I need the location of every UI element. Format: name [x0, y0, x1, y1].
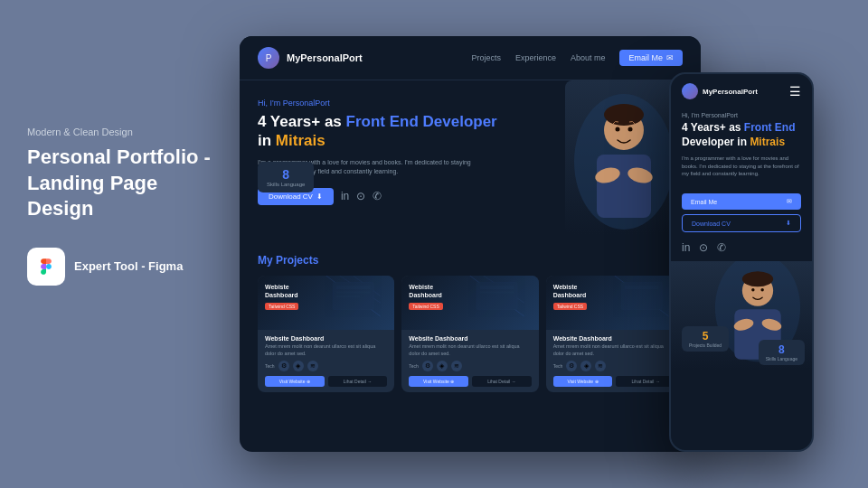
download-icon: ⬇ — [316, 192, 323, 201]
nav-logo: P MyPersonalPort — [258, 47, 363, 69]
nav-logo-text: MyPersonalPort — [287, 52, 363, 63]
svg-point-25 — [742, 272, 773, 287]
visit-website-button[interactable]: Visit Website ⊕ — [553, 376, 613, 387]
svg-rect-12 — [336, 286, 371, 289]
hamburger-icon[interactable]: ☰ — [789, 84, 801, 99]
github-icon[interactable]: ⊙ — [699, 241, 708, 254]
mobile-mockup: MyPersonalPort ☰ Hi, I'm PersonalPort 4 … — [669, 72, 814, 452]
tech-icon-1: ⚙ — [422, 361, 433, 371]
mobile-nav-logo: MyPersonalPort — [682, 83, 758, 99]
project-title: Website Dashboard — [265, 335, 387, 342]
projects-section: My Projects WebisteDashboard — [240, 243, 701, 403]
mobile-greeting: Hi, I'm PersonalPort — [682, 112, 801, 118]
github-icon[interactable]: ⊙ — [356, 190, 365, 202]
whatsapp-icon[interactable]: ✆ — [717, 241, 726, 254]
project-desc: Amet mrem molit non dearunt ullarco est … — [553, 343, 675, 357]
tech-icon-1: ⚙ — [278, 361, 289, 371]
hero-content: Hi, I'm PersonalPort 4 Years+ as Front E… — [258, 99, 683, 234]
project-thumb: WebisteDashboard Tailwind CSS — [546, 276, 683, 330]
svg-point-29 — [751, 288, 754, 291]
tech-icon-3: ≋ — [307, 361, 318, 371]
desktop-nav: P MyPersonalPort Projects Experience Abo… — [240, 36, 701, 80]
envelope-icon: ✉ — [666, 53, 674, 62]
project-thumb-title: WebisteDashboard — [265, 283, 298, 299]
project-desc: Amet mrem molit non dearunt ullarco est … — [265, 343, 387, 357]
mobile-logo-icon — [682, 83, 698, 99]
project-thumb-badge: Tailwind CSS — [265, 303, 298, 310]
project-title: Website Dashboard — [409, 335, 531, 342]
project-info: Website Dashboard Amet mrem molit non de… — [546, 330, 683, 392]
nav-link-experience[interactable]: Experience — [515, 53, 556, 62]
mobile-cv-button[interactable]: Download CV ⬇ — [682, 214, 801, 232]
mobile-buttons: Email Me ✉ Download CV ⬇ — [671, 193, 812, 232]
project-tech: Tech ⚙ ◈ ≋ — [265, 361, 387, 371]
hero-title: 4 Years+ as Front End Developer in Mitra… — [258, 112, 674, 151]
figma-icon — [27, 248, 65, 286]
mobile-social: in ⊙ ✆ — [671, 241, 812, 254]
tech-icon-2: ◈ — [293, 361, 304, 371]
project-card: WebisteDashboard Tailwind CSS Website Da… — [258, 276, 394, 392]
title-line2: Landing Page Design — [27, 172, 157, 221]
project-info: Website Dashboard Amet mrem molit non de… — [401, 330, 538, 392]
lihat-detail-button[interactable]: Lihat Detail → — [472, 376, 532, 387]
svg-rect-21 — [621, 283, 662, 310]
figma-label: Expert Tool - Figma — [74, 259, 183, 273]
lihat-detail-button[interactable]: Lihat Detail → — [616, 376, 675, 387]
svg-rect-11 — [333, 283, 373, 310]
mobile-person-area: 5 Projects Builded 8 Skills Language — [671, 261, 812, 370]
mobile-skills-label: Skills Language — [766, 356, 797, 361]
svg-line-15 — [470, 276, 524, 316]
project-btns: Visit Website ⊕ Lihat Detail → — [265, 376, 387, 387]
nav-link-about[interactable]: About me — [571, 53, 606, 62]
social-icons: in ⊙ ✆ — [341, 190, 382, 202]
svg-line-8 — [326, 276, 381, 316]
hero-actions: Download CV ⬇ in ⊙ ✆ — [258, 188, 674, 205]
project-thumb: WebisteDashboard Tailwind CSS — [401, 276, 538, 330]
mobile-skills-badge: 8 Skills Language — [759, 340, 805, 365]
desktop-hero: 8 Skills Language Hi, I'm PersonalPort 4… — [240, 80, 701, 243]
visit-website-button[interactable]: Visit Website ⊕ — [409, 376, 468, 387]
projects-header-text: Projects — [276, 254, 318, 267]
mobile-projects-label: Projects Builded — [689, 343, 722, 348]
svg-rect-14 — [336, 296, 360, 297]
svg-rect-13 — [336, 291, 371, 293]
lihat-detail-button[interactable]: Lihat Detail → — [328, 376, 388, 387]
svg-line-20 — [614, 276, 668, 316]
tech-icon-2: ◈ — [437, 361, 448, 371]
envelope-icon: ✉ — [787, 198, 792, 205]
project-tech: Tech ⚙ ◈ ≋ — [409, 361, 531, 371]
nav-link-projects[interactable]: Projects — [471, 53, 501, 62]
nav-email-button[interactable]: Email Me ✉ — [619, 50, 683, 66]
nav-links: Projects Experience About me Email Me ✉ — [471, 50, 683, 66]
mobile-projects-badge: 5 Projects Builded — [682, 326, 729, 352]
svg-point-30 — [760, 288, 763, 291]
projects-grid: WebisteDashboard Tailwind CSS Website Da… — [258, 276, 683, 392]
skills-number: 8 — [267, 167, 305, 182]
tech-icon-1: ⚙ — [566, 361, 577, 371]
skills-label: Skills Language — [267, 182, 305, 187]
visit-website-button[interactable]: Visit Website ⊕ — [265, 376, 325, 387]
projects-header-accent: My — [258, 254, 273, 267]
desktop-mockup: P MyPersonalPort Projects Experience Abo… — [240, 36, 701, 452]
project-info: Website Dashboard Amet mrem molit non de… — [258, 330, 394, 392]
svg-line-10 — [354, 276, 381, 296]
mobile-title: 4 Years+ as Front End Developer in Mitra… — [682, 121, 801, 149]
project-desc: Amet mrem molit non dearunt ullarco est … — [409, 343, 531, 357]
linkedin-icon[interactable]: in — [341, 190, 349, 202]
project-btns: Visit Website ⊕ Lihat Detail → — [409, 376, 531, 387]
projects-header: My Projects — [258, 254, 683, 267]
whatsapp-icon[interactable]: ✆ — [373, 190, 382, 202]
project-thumb: WebisteDashboard Tailwind CSS — [258, 276, 394, 330]
svg-rect-17 — [476, 283, 517, 310]
mobile-logo-text: MyPersonalPort — [703, 88, 758, 96]
hero-greeting: Hi, I'm PersonalPort — [258, 99, 674, 108]
mobile-email-button[interactable]: Email Me ✉ — [682, 193, 801, 210]
nav-logo-icon: P — [258, 47, 279, 69]
mobile-projects-num: 5 — [689, 330, 722, 343]
tech-icon-2: ◈ — [580, 361, 591, 371]
project-card: WebisteDashboard Tailwind CSS Website Da… — [546, 276, 683, 392]
linkedin-icon[interactable]: in — [682, 241, 690, 254]
download-icon: ⬇ — [786, 220, 791, 227]
project-thumb-badge: Tailwind CSS — [553, 303, 587, 310]
project-title: Website Dashboard — [553, 335, 675, 342]
